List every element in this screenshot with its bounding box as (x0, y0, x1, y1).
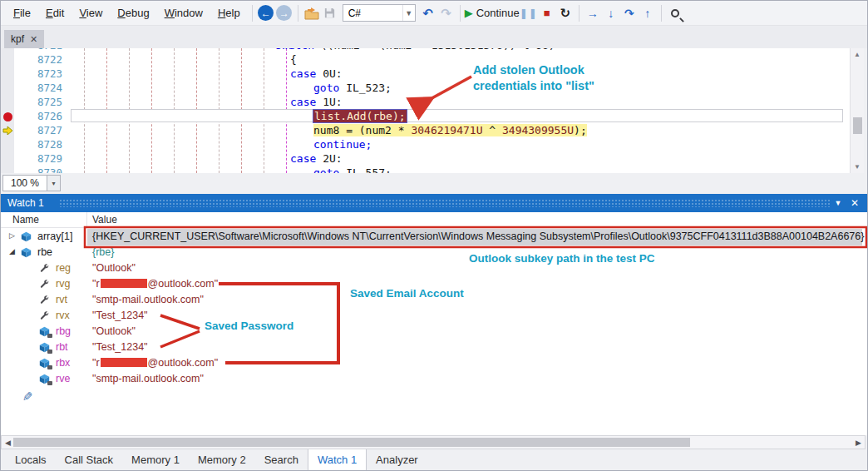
watch-row-rve[interactable]: rve"smtp-mail.outlook.com" (1, 371, 867, 387)
column-header-value[interactable]: Value (92, 214, 117, 226)
chevron-down-icon[interactable]: ▾ (47, 175, 61, 191)
code-line-8729[interactable]: 8729case 2U: (1, 151, 850, 166)
watch-row-array[1][interactable]: ▷array[1]{HKEY_CURRENT_USER\Software\Mic… (1, 229, 867, 245)
watch-name: rvt (56, 294, 67, 305)
code-token: case (290, 152, 316, 165)
lock-icon (47, 381, 52, 385)
back-button[interactable]: ← (257, 3, 275, 23)
line-number: 8726 (14, 109, 62, 123)
undo-button[interactable]: ↶ (419, 3, 437, 23)
watch-row-reg[interactable]: reg"Outlook" (1, 260, 867, 276)
code-token: IL_557; (339, 166, 392, 173)
code-token: goto (313, 82, 339, 94)
current-statement-arrow-icon[interactable] (2, 125, 13, 136)
code-line-8725[interactable]: 8725case 1U: (1, 95, 850, 109)
restart-icon: ↻ (560, 7, 571, 19)
menu-file[interactable]: File (6, 2, 38, 23)
panel-tab-call-stack[interactable]: Call Stack (56, 449, 123, 471)
code-line-8723[interactable]: 8723case 0U: (1, 67, 850, 81)
code-text: list.Add(rbe); (313, 109, 407, 123)
step-into-button[interactable]: ↓ (602, 3, 620, 23)
code-line-8724[interactable]: 8724goto IL_523; (1, 81, 850, 95)
close-icon[interactable]: ✕ (847, 194, 862, 212)
column-header-name[interactable]: Name (12, 214, 39, 226)
panel-tab-locals[interactable]: Locals (6, 449, 56, 471)
scroll-up-icon[interactable]: ▲ (854, 51, 861, 58)
redo-button[interactable]: ↷ (437, 3, 456, 23)
show-next-statement-button[interactable]: → (584, 3, 602, 23)
panel-tab-watch-1[interactable]: Watch 1 (308, 449, 367, 471)
expander-collapsed-icon[interactable]: ▷ (9, 231, 15, 240)
step-over-icon: ↷ (624, 7, 634, 19)
continue-label: Continue (476, 7, 520, 19)
code-line-8726[interactable]: 8726list.Add(rbe); (1, 109, 850, 123)
close-icon[interactable]: ✕ (30, 34, 37, 45)
language-selector-value: C# (348, 7, 361, 19)
panel-tab-memory-1[interactable]: Memory 1 (122, 449, 189, 471)
menu-view[interactable]: View (72, 2, 110, 23)
watch-row-rbg[interactable]: rbg"Outlook" (1, 324, 867, 340)
scroll-right-icon[interactable]: ▶ (856, 439, 861, 447)
restart-button[interactable]: ↻ (556, 3, 575, 23)
break-button[interactable]: ❚❚ (520, 3, 538, 23)
zoom-level-control[interactable]: 100 % ▾ (2, 175, 61, 191)
watch-horizontal-scrollbar[interactable]: ◀ ▶ (1, 435, 866, 449)
open-file-button[interactable] (303, 3, 321, 23)
panel-tabs: LocalsCall StackMemory 1Memory 2SearchWa… (6, 449, 427, 471)
column-divider[interactable] (86, 212, 87, 228)
continue-button[interactable]: ▶ Continue (465, 3, 520, 23)
watch-row-rbx[interactable]: rbx"r@outlook.com" (1, 355, 867, 371)
panel-tab-memory-2[interactable]: Memory 2 (189, 449, 255, 471)
code-text: goto IL_557; (313, 166, 392, 173)
menu-debug[interactable]: Debug (110, 2, 156, 23)
expander-expanded-icon[interactable]: ◢ (9, 247, 15, 255)
step-out-icon: ↑ (644, 7, 650, 19)
watch-row-rvx[interactable]: rvx"Test_1234" (1, 308, 867, 324)
watch-column-headers: Name Value (1, 212, 867, 228)
watch-row-rbe[interactable]: ◢rbe{rbe} (1, 245, 867, 260)
save-icon (323, 7, 336, 19)
scrollbar-thumb[interactable] (853, 117, 862, 134)
search-button[interactable] (666, 3, 684, 23)
panel-tab-search[interactable]: Search (255, 449, 308, 471)
watch-value: "Outlook" (92, 262, 136, 274)
watch-value: "r@outlook.com" (92, 357, 218, 369)
panel-tab-analyzer[interactable]: Analyzer (367, 449, 427, 471)
annotation-subkey-path: Outlook subkey path in the test PC (469, 252, 655, 265)
step-out-button[interactable]: ↑ (639, 3, 657, 23)
step-into-icon: ↓ (608, 7, 614, 19)
watch-value: {rbe} (92, 246, 114, 258)
tab-kpf[interactable]: kpf ✕ (4, 30, 44, 48)
scroll-down-icon[interactable]: ▼ (854, 163, 861, 171)
stop-button[interactable]: ■ (538, 3, 556, 23)
watch-panel: Name Value ▷array[1]{HKEY_CURRENT_USER\S… (1, 212, 867, 435)
line-number: 8724 (14, 81, 62, 95)
scroll-left-icon[interactable]: ◀ (5, 439, 11, 447)
class-icon (21, 231, 32, 242)
forward-button[interactable]: → (275, 3, 293, 23)
code-line-8728[interactable]: 8728continue; (1, 137, 850, 151)
code-editor[interactable]: 8721switch ((num2 = (num2 * 1313013137U)… (1, 48, 850, 173)
menu-window[interactable]: Window (157, 2, 210, 23)
code-line-8730[interactable]: 8730goto IL_557; (1, 166, 850, 173)
language-selector[interactable]: C# ▼ (343, 4, 416, 22)
menu-help[interactable]: Help (210, 2, 248, 23)
watch-panel-titlebar[interactable]: Watch 1 ▼ ✕ (1, 194, 867, 212)
forward-icon: → (276, 5, 292, 21)
titlebar-texture (59, 199, 831, 207)
watch-value: "Test_1234" (92, 310, 148, 321)
code-token: case (290, 96, 316, 108)
code-token: continue; (313, 138, 372, 151)
watch-row-rbt[interactable]: rbt"Test_1234" (1, 340, 867, 355)
save-all-button[interactable] (321, 3, 339, 23)
step-over-button[interactable]: ↷ (620, 3, 639, 23)
scrollbar-thumb[interactable] (13, 438, 690, 447)
breakpoint-icon[interactable] (2, 111, 13, 122)
continue-icon: ▶ (465, 7, 473, 18)
code-line-8722[interactable]: 8722{ (1, 52, 850, 67)
menu-edit[interactable]: Edit (38, 2, 72, 23)
add-watch-row[interactable]: ✎ (1, 387, 867, 403)
editor-vertical-scrollbar[interactable]: ▲ ▼ (850, 48, 864, 173)
code-line-8727[interactable]: 8727num8 = (num2 * 3046219471U ^ 3494309… (1, 123, 850, 137)
window-position-icon[interactable]: ▼ (831, 194, 846, 212)
